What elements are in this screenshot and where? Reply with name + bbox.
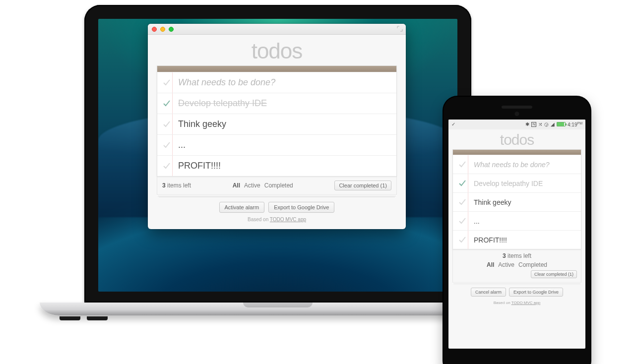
window-controls [152, 27, 174, 32]
toggle-all-icon[interactable] [456, 161, 469, 169]
todo-text[interactable]: Think geeky [469, 198, 575, 206]
mac-app-window: todos What needs to be done? [148, 24, 406, 229]
wifi-icon: ◶ [544, 122, 549, 127]
filter-completed[interactable]: Completed [264, 182, 293, 189]
items-left-label: 3 items left [503, 252, 531, 259]
sheet-binding [157, 66, 396, 72]
laptop-mockup: todos What needs to be done? [84, 5, 471, 319]
todo-row: Think geeky [453, 192, 581, 211]
checkmark-icon[interactable] [160, 141, 173, 149]
fullscreen-icon[interactable] [397, 26, 403, 32]
credit-link[interactable]: TODO MVC app [511, 301, 541, 305]
todo-row: Develop telepathy IDE [453, 174, 581, 192]
todo-app-desktop: todos What needs to be done? [148, 35, 406, 229]
credit-link[interactable]: TODO MVC app [270, 217, 306, 222]
close-icon[interactable] [152, 27, 157, 32]
bluetooth-icon: ✱ [525, 122, 529, 127]
todo-footer: 3 items left All Active Completed Clear … [157, 177, 397, 195]
checkmark-icon[interactable] [160, 121, 173, 128]
todo-text[interactable]: PROFIT!!!! [469, 236, 575, 244]
nfc-icon: N [531, 122, 536, 127]
battery-icon [557, 122, 566, 126]
todo-row: PROFIT!!!! [453, 230, 581, 249]
app-title: todos [452, 131, 581, 148]
checkmark-icon[interactable] [160, 162, 173, 170]
todo-text[interactable]: Develop telepathy IDE [173, 98, 390, 109]
todo-row: PROFIT!!!! [157, 155, 396, 176]
new-todo-row: What needs to be done? [453, 155, 581, 174]
android-statusbar: ✓ ✱ N ⤭ ◶ ◢ 4:19PM [448, 120, 585, 129]
minimize-icon[interactable] [160, 27, 165, 32]
sheet-binding [453, 150, 581, 155]
todo-row: ... [453, 211, 581, 230]
todo-text[interactable]: PROFIT!!!! [173, 161, 390, 171]
zoom-icon[interactable] [169, 27, 174, 32]
filter-group: All Active Completed [233, 182, 293, 189]
items-left-label: 3 items left [162, 182, 191, 189]
todo-footer: 3 items left All Active Completed Clear … [452, 249, 581, 283]
todo-row: ... [157, 134, 396, 155]
credit-line: Based on TODO MVC app [452, 301, 581, 305]
filter-all[interactable]: All [487, 261, 494, 268]
checkmark-icon[interactable] [456, 180, 469, 187]
new-todo-input[interactable]: What needs to be done? [469, 161, 575, 169]
phone-screen: ✓ ✱ N ⤭ ◶ ◢ 4:19PM todos What need [448, 120, 585, 349]
checkmark-icon[interactable] [456, 217, 469, 225]
checkmark-icon[interactable] [160, 100, 173, 108]
statusbar-time: 4:19PM [568, 121, 582, 127]
export-drive-button[interactable]: Export to Google Drive [268, 202, 334, 213]
phone-mockup: ✓ ✱ N ⤭ ◶ ◢ 4:19PM todos What need [444, 97, 590, 364]
todo-sheet: What needs to be done? Develop telepathy… [157, 65, 397, 177]
clear-completed-button[interactable]: Clear completed (1) [334, 181, 391, 190]
todo-row: Develop telepathy IDE [157, 93, 396, 114]
laptop-desktop-wallpaper: todos What needs to be done? [98, 19, 457, 292]
checkmark-icon[interactable] [456, 236, 469, 244]
todo-row: Think geeky [157, 114, 396, 134]
cancel-alarm-button[interactable]: Cancel alarm [471, 288, 506, 297]
checkmark-icon[interactable] [456, 198, 469, 206]
todo-sheet: What needs to be done? Develop telepathy… [452, 149, 581, 249]
activate-alarm-button[interactable]: Activate alarm [219, 202, 265, 213]
credit-line: Based on TODO MVC app [157, 217, 397, 222]
carrier-icon: ✓ [451, 122, 455, 127]
filter-all[interactable]: All [233, 182, 240, 189]
filter-group: All Active Completed [457, 261, 577, 268]
mac-titlebar[interactable] [148, 24, 406, 35]
todo-app-mobile: todos What needs to be done? Develop tel… [448, 129, 585, 309]
app-title: todos [157, 39, 397, 63]
new-todo-row: What needs to be done? [157, 72, 396, 93]
toggle-all-icon[interactable] [160, 79, 173, 87]
filter-completed[interactable]: Completed [518, 261, 547, 268]
laptop-frame: todos What needs to be done? [84, 5, 471, 303]
action-row: Activate alarm Export to Google Drive [157, 202, 397, 213]
todo-text[interactable]: ... [469, 217, 575, 225]
todo-text[interactable]: ... [173, 140, 390, 150]
todo-text[interactable]: Think geeky [173, 119, 390, 129]
new-todo-input[interactable]: What needs to be done? [173, 77, 390, 88]
action-row: Cancel alarm Export to Google Drive [452, 288, 581, 297]
export-drive-button[interactable]: Export to Google Drive [509, 288, 563, 297]
todo-text[interactable]: Develop telepathy IDE [469, 180, 575, 187]
filter-active[interactable]: Active [498, 261, 514, 268]
sync-icon: ⤭ [538, 122, 542, 127]
filter-active[interactable]: Active [244, 182, 260, 189]
signal-icon: ◢ [551, 122, 555, 127]
clear-completed-button[interactable]: Clear completed (1) [531, 270, 577, 278]
